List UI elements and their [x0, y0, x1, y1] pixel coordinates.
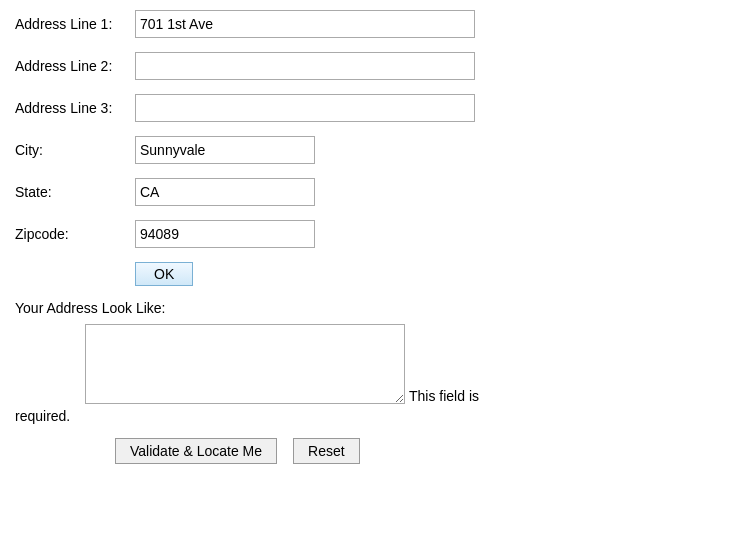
zipcode-row: Zipcode: — [15, 220, 741, 248]
required-below-text: required. — [15, 408, 741, 424]
address-textarea[interactable] — [85, 324, 405, 404]
city-row: City: — [15, 136, 741, 164]
address-line1-input[interactable] — [135, 10, 475, 38]
address-line3-row: Address Line 3: — [15, 94, 741, 122]
bottom-buttons-row: Validate & Locate Me Reset — [15, 438, 741, 464]
address-line1-label: Address Line 1: — [15, 16, 135, 32]
ok-row: OK — [15, 262, 741, 286]
address-textarea-wrapper: This field is — [15, 324, 741, 404]
address-line3-input[interactable] — [135, 94, 475, 122]
address-look-like-label: Your Address Look Like: — [15, 300, 741, 316]
zipcode-label: Zipcode: — [15, 226, 135, 242]
state-label: State: — [15, 184, 135, 200]
address-line2-input[interactable] — [135, 52, 475, 80]
reset-button[interactable]: Reset — [293, 438, 360, 464]
address-line3-label: Address Line 3: — [15, 100, 135, 116]
ok-button[interactable]: OK — [135, 262, 193, 286]
city-input[interactable] — [135, 136, 315, 164]
state-input[interactable] — [135, 178, 315, 206]
field-required-message: This field is — [409, 388, 479, 404]
address-line1-row: Address Line 1: — [15, 10, 741, 38]
city-label: City: — [15, 142, 135, 158]
validate-button[interactable]: Validate & Locate Me — [115, 438, 277, 464]
address-line2-label: Address Line 2: — [15, 58, 135, 74]
zipcode-input[interactable] — [135, 220, 315, 248]
address-line2-row: Address Line 2: — [15, 52, 741, 80]
state-row: State: — [15, 178, 741, 206]
